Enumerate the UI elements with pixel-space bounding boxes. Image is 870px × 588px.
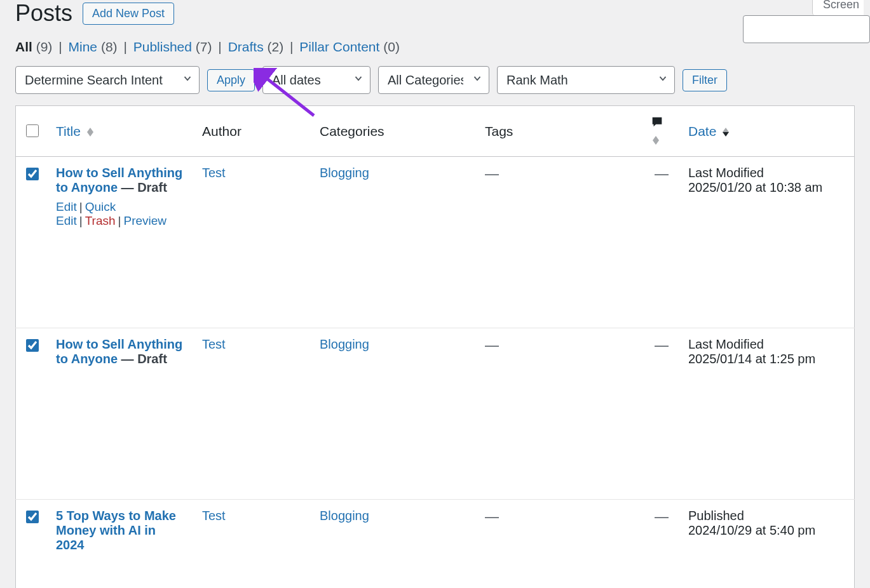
sort-icon bbox=[87, 128, 93, 137]
row-checkbox[interactable] bbox=[26, 339, 39, 352]
rankmath-filter-select[interactable]: Rank Math bbox=[497, 66, 675, 94]
post-status-suffix: — Draft bbox=[118, 352, 167, 366]
category-link[interactable]: Blogging bbox=[320, 337, 369, 351]
edit-link[interactable]: Edit bbox=[56, 200, 77, 213]
preview-link[interactable]: Preview bbox=[124, 214, 167, 227]
add-new-post-button[interactable]: Add New Post bbox=[83, 3, 174, 25]
filter-mine[interactable]: Mine (8) bbox=[69, 39, 118, 54]
row-actions: Edit|Quick Edit|Trash|Preview bbox=[56, 200, 187, 228]
column-header-categories: Categories bbox=[320, 124, 384, 138]
date-status: Last Modified bbox=[688, 337, 846, 352]
author-link[interactable]: Test bbox=[202, 509, 226, 523]
column-header-title[interactable]: Title bbox=[56, 124, 81, 138]
comments-count: — bbox=[655, 337, 669, 353]
column-header-author: Author bbox=[202, 124, 241, 138]
filter-drafts[interactable]: Drafts (2) bbox=[228, 39, 284, 54]
date-value: 2025/01/20 at 10:38 am bbox=[688, 180, 846, 195]
filter-button[interactable]: Filter bbox=[683, 69, 727, 91]
tags-value: — bbox=[485, 337, 499, 353]
screen-options-tab[interactable]: Screen bbox=[812, 0, 870, 15]
post-title-link[interactable]: 5 Top Ways to Make Money with AI in 2024 bbox=[56, 509, 176, 552]
filter-published[interactable]: Published (7) bbox=[133, 39, 212, 54]
date-status: Published bbox=[688, 509, 846, 523]
comment-icon bbox=[650, 115, 664, 132]
row-checkbox[interactable] bbox=[26, 168, 39, 180]
sort-icon bbox=[723, 128, 729, 137]
date-filter-select[interactable]: All dates bbox=[262, 66, 370, 94]
date-status: Last Modified bbox=[688, 166, 846, 180]
post-status-suffix: — Draft bbox=[118, 180, 167, 194]
tags-value: — bbox=[485, 509, 499, 525]
comments-count: — bbox=[655, 166, 669, 182]
date-value: 2024/10/29 at 5:40 pm bbox=[688, 523, 846, 538]
author-link[interactable]: Test bbox=[202, 166, 226, 180]
table-row: How to Sell Anything to Anyone — DraftEd… bbox=[16, 157, 855, 328]
posts-table: Title Author Categories Tags bbox=[15, 105, 855, 588]
date-value: 2025/01/14 at 1:25 pm bbox=[688, 352, 846, 366]
comments-count: — bbox=[655, 509, 669, 525]
sort-icon bbox=[653, 136, 659, 145]
filter-pillar-content[interactable]: Pillar Content (0) bbox=[299, 39, 400, 54]
row-checkbox[interactable] bbox=[26, 511, 39, 523]
author-link[interactable]: Test bbox=[202, 337, 226, 351]
select-all-checkbox[interactable] bbox=[26, 124, 39, 137]
apply-button[interactable]: Apply bbox=[207, 69, 255, 91]
category-filter-select[interactable]: All Categories bbox=[378, 66, 489, 94]
category-link[interactable]: Blogging bbox=[320, 509, 369, 523]
table-row: 5 Top Ways to Make Money with AI in 2024… bbox=[16, 500, 855, 589]
tags-value: — bbox=[485, 166, 499, 182]
page-title: Posts bbox=[15, 0, 72, 27]
filter-all[interactable]: All (9) bbox=[15, 39, 52, 54]
category-link[interactable]: Blogging bbox=[320, 166, 369, 180]
search-input[interactable] bbox=[743, 15, 870, 43]
bulk-action-select[interactable]: Determine Search Intent bbox=[15, 66, 200, 94]
post-status-filters: All (9) | Mine (8) | Published (7) | Dra… bbox=[15, 39, 855, 55]
table-row: How to Sell Anything to Anyone — DraftTe… bbox=[16, 328, 855, 500]
trash-link[interactable]: Trash bbox=[85, 214, 116, 227]
column-header-date[interactable]: Date bbox=[688, 124, 716, 138]
column-header-tags: Tags bbox=[485, 124, 513, 138]
